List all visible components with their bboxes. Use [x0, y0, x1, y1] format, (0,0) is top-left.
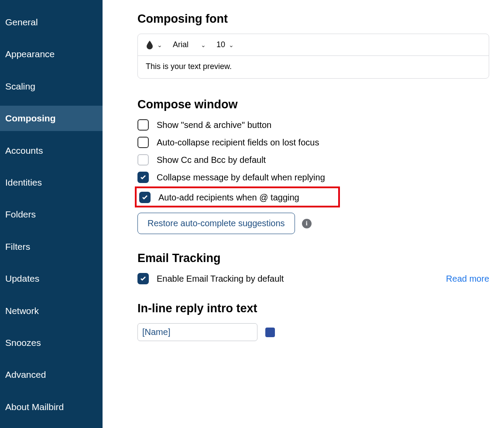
checkbox-icon — [137, 137, 149, 148]
sidebar-item-label: Appearance — [5, 49, 55, 59]
checkbox-icon — [137, 154, 149, 166]
sidebar-item-updates[interactable]: Updates — [0, 266, 103, 291]
checkbox-icon — [137, 273, 149, 284]
font-size-value: 10 — [216, 40, 225, 49]
sidebar-item-accounts[interactable]: Accounts — [0, 138, 103, 163]
sidebar-item-snoozes[interactable]: Snoozes — [0, 330, 103, 355]
font-preview: This is your text preview. — [138, 56, 489, 78]
sidebar-item-label: Snoozes — [5, 338, 41, 348]
sidebar-item-label: Advanced — [5, 369, 46, 380]
option-label: Collapse message by default when replyin… — [157, 173, 325, 183]
highlight-annotation: Auto-add recipients when @ tagging — [135, 186, 340, 207]
font-family-select[interactable]: Arial ⌄ — [169, 39, 209, 50]
sidebar-item-general[interactable]: General — [0, 10, 103, 35]
sidebar-item-about[interactable]: About Mailbird — [0, 394, 103, 419]
section-title-inline-reply: In-line reply intro text — [137, 302, 489, 315]
inline-reply-input[interactable] — [137, 323, 257, 341]
option-auto-collapse[interactable]: Auto-collapse recipient fields on lost f… — [137, 137, 489, 148]
section-title-email-tracking: Email Tracking — [137, 252, 489, 265]
sidebar-item-identities[interactable]: Identities — [0, 170, 103, 195]
section-title-composing-font: Composing font — [137, 12, 489, 26]
drop-icon — [146, 41, 154, 49]
sidebar-item-label: Folders — [5, 209, 36, 219]
restore-autocomplete-button[interactable]: Restore auto-complete suggestions — [137, 213, 295, 234]
sidebar-item-label: Filters — [5, 242, 30, 252]
option-label: Auto-collapse recipient fields on lost f… — [157, 138, 319, 148]
sidebar-item-label: Composing — [5, 113, 56, 123]
sidebar-item-scaling[interactable]: Scaling — [0, 74, 103, 99]
option-email-tracking[interactable]: Enable Email Tracking by default — [137, 273, 284, 284]
sidebar-item-label: About Mailbird — [5, 402, 64, 412]
option-label: Show Cc and Bcc by default — [157, 155, 266, 165]
font-size-select[interactable]: 10 ⌄ — [213, 39, 237, 50]
sidebar-item-label: General — [5, 17, 38, 27]
section-title-compose-window: Compose window — [137, 98, 489, 111]
option-label: Enable Email Tracking by default — [157, 274, 284, 284]
sidebar-item-label: Updates — [5, 273, 39, 283]
settings-panel: Composing font ⌄ Arial ⌄ 10 ⌄ This i — [103, 0, 504, 428]
settings-sidebar: General Appearance Scaling Composing Acc… — [0, 0, 103, 428]
checkbox-icon — [137, 172, 149, 183]
sidebar-item-composing[interactable]: Composing — [0, 106, 103, 131]
sidebar-item-network[interactable]: Network — [0, 298, 103, 323]
checkbox-icon — [137, 119, 149, 131]
font-toolbar: ⌄ Arial ⌄ 10 ⌄ — [138, 34, 489, 56]
info-icon[interactable]: i — [302, 219, 312, 228]
composing-font-card: ⌄ Arial ⌄ 10 ⌄ This is your text preview… — [137, 34, 489, 79]
sidebar-item-filters[interactable]: Filters — [0, 234, 103, 259]
sidebar-item-label: Identities — [5, 177, 42, 187]
chevron-down-icon: ⌄ — [201, 41, 206, 48]
sidebar-item-label: Scaling — [5, 81, 35, 91]
option-label: Show "send & archive" button — [157, 120, 271, 130]
option-auto-add-recipients[interactable]: Auto-add recipients when @ tagging — [139, 192, 336, 203]
option-collapse-reply[interactable]: Collapse message by default when replyin… — [137, 172, 489, 183]
chevron-down-icon: ⌄ — [229, 41, 234, 48]
sidebar-item-appearance[interactable]: Appearance — [0, 41, 103, 66]
sidebar-item-advanced[interactable]: Advanced — [0, 362, 103, 387]
chevron-down-icon: ⌄ — [157, 41, 162, 48]
option-show-cc-bcc[interactable]: Show Cc and Bcc by default — [137, 154, 489, 166]
sidebar-item-folders[interactable]: Folders — [0, 202, 103, 227]
font-family-value: Arial — [173, 40, 189, 49]
read-more-link[interactable]: Read more — [446, 274, 489, 284]
option-send-archive[interactable]: Show "send & archive" button — [137, 119, 489, 131]
sidebar-item-label: Network — [5, 306, 39, 316]
checkbox-icon — [139, 192, 151, 203]
option-label: Auto-add recipients when @ tagging — [158, 193, 299, 203]
inline-reply-color-picker[interactable] — [265, 328, 275, 337]
sidebar-item-label: Accounts — [5, 145, 43, 155]
font-color-picker[interactable]: ⌄ — [146, 41, 162, 49]
